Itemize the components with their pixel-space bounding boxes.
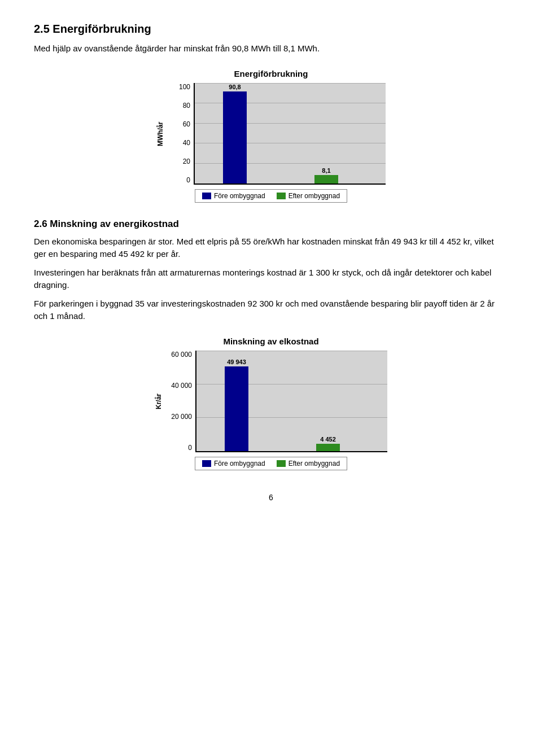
chart2-legend-efter-label: Efter ombyggnad [289, 460, 340, 467]
section-para2-26: Investeringen har beräknats från att arm… [34, 266, 508, 292]
chart1-legend-fore-label: Före ombyggnad [214, 192, 265, 200]
section-heading-25: 2.5 Energiförbrukning [34, 23, 508, 36]
chart2-legend-efter: Efter ombyggnad [277, 460, 340, 467]
chart2-legend: Före ombyggnad Efter ombyggnad [195, 457, 347, 470]
chart2-bar-fore-rect [225, 366, 248, 451]
energy-chart: Energiförbrukning MWh/år 100 80 60 40 20… [136, 69, 406, 203]
chart1-plot: 90,8 8,1 [194, 83, 386, 185]
chart1-legend-fore: Före ombyggnad [202, 192, 265, 200]
chart1-legend-efter: Efter ombyggnad [277, 192, 340, 200]
chart1-bar-fore: 90,8 [223, 84, 247, 183]
elcost-chart: Minskning av elkostnad Kr/år 60 000 40 0… [136, 337, 406, 470]
page-number: 6 [34, 493, 508, 502]
chart1-y-ticks: 100 80 60 40 20 0 [165, 83, 194, 185]
section-intro-25: Med hjälp av ovanstående åtgärder har mi… [34, 42, 508, 55]
chart2-legend-fore-color [202, 460, 211, 467]
chart1-y-axis-label: MWh/år [156, 83, 164, 185]
chart2-y-ticks: 60 000 40 000 20 000 0 [164, 351, 195, 452]
chart1-bar-efter-rect [314, 175, 338, 183]
chart1-legend-fore-color [202, 193, 211, 199]
chart2-bar-efter: 4 452 [316, 436, 340, 451]
chart1-legend: Före ombyggnad Efter ombyggnad [195, 189, 347, 203]
chart2-title: Minskning av elkostnad [223, 337, 318, 346]
chart2-plot: 49 943 4 452 [195, 351, 387, 452]
section-para3-26: För parkeringen i byggnad 35 var investe… [34, 298, 508, 323]
chart1-bar-fore-rect [223, 91, 247, 183]
chart1-legend-efter-color [277, 193, 286, 199]
chart2-legend-fore-label: Före ombyggnad [214, 460, 265, 467]
chart1-title: Energiförbrukning [234, 69, 308, 78]
section-para1-26: Den ekonomiska besparingen är stor. Med … [34, 235, 508, 261]
chart1-legend-efter-label: Efter ombyggnad [289, 192, 340, 200]
chart2-legend-efter-color [277, 460, 286, 467]
section-heading-26: 2.6 Minskning av energikostnad [34, 219, 508, 230]
chart1-bar-efter: 8,1 [314, 167, 338, 183]
chart2-y-axis-label: Kr/år [155, 351, 163, 452]
chart2-bar-fore: 49 943 [225, 359, 248, 451]
chart2-legend-fore: Före ombyggnad [202, 460, 265, 467]
chart2-bar-efter-rect [316, 444, 340, 451]
